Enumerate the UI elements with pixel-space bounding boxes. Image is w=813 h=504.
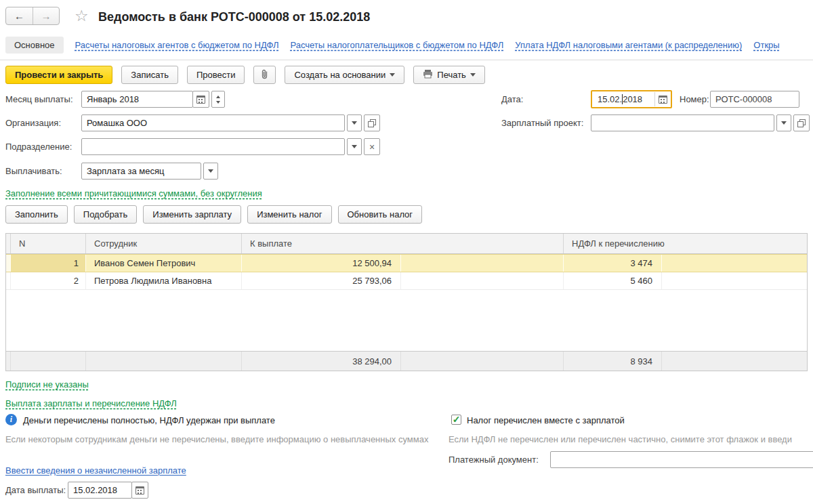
payment-doc-input[interactable] [550,451,813,468]
pay-date-input[interactable]: 15.02.2018 [68,482,132,499]
info-icon: i [5,414,17,425]
totals-employee [85,352,241,371]
date-input[interactable]: 15.02. 2018 [591,90,672,108]
tax-not-transferred-hint: Если НДФЛ не перечислен или перечислен ч… [449,434,813,444]
salary-project-label: Зарплатный проект: [501,114,583,131]
chevron-down-icon [781,121,787,125]
pay-date-label: Дата выплаты: [5,482,66,499]
fill-button[interactable]: Заполнить [5,205,68,224]
pay-what-dropdown-button[interactable] [203,163,218,180]
link-tax-agents-settlements[interactable]: Расчеты налоговых агентов с бюджетом по … [75,40,279,50]
salary-project-open-button[interactable] [793,114,810,131]
cell-employee[interactable]: Иванов Семен Петрович [85,255,241,272]
chevron-down-icon [352,145,357,148]
back-button[interactable]: ← [6,7,33,24]
tab-main[interactable]: Основное [5,37,64,54]
checkmark-icon: ✓ [453,415,461,424]
cell-spacer[interactable] [661,255,807,272]
change-salary-button[interactable]: Изменить зарплату [143,205,241,224]
print-button[interactable]: Печать [413,66,485,84]
totals-spacer [400,352,563,371]
employees-table: N Сотрудник К выплате НДФЛ к перечислени… [5,233,808,371]
department-input[interactable] [81,138,345,155]
print-label: Печать [437,70,466,80]
cell-ndfl[interactable]: 3 474 [563,255,661,272]
history-nav: ← → [5,7,60,25]
month-input[interactable]: Январь 2018 [81,91,193,108]
salary-project-dropdown-button[interactable] [776,114,791,131]
cell-spacer[interactable] [400,272,563,289]
cell-payout[interactable]: 12 500,94 [241,255,400,272]
post-button[interactable]: Провести [187,66,245,84]
change-tax-button[interactable]: Изменить налог [247,205,331,224]
post-and-close-button[interactable]: Провести и закрыть [5,66,112,84]
pay-what-input[interactable]: Зарплата за месяц [81,163,201,180]
pick-button[interactable]: Подобрать [74,205,137,224]
chevron-down-icon [208,169,213,173]
link-ndfl-payment[interactable]: Уплата НДФЛ налоговыми агентами (к распр… [515,40,742,50]
calendar-icon[interactable] [659,96,667,104]
table-empty-area[interactable] [6,290,807,351]
table-row[interactable]: 1 Иванов Семен Петрович 12 500,94 3 474 [6,254,807,272]
salary-project-input[interactable] [591,114,774,131]
back-icon: ← [14,10,24,22]
close-icon: × [369,142,375,152]
signatures-link[interactable]: Подписи не указаны [5,379,89,390]
link-taxpayers-settlements[interactable]: Расчеты налогоплательщиков с бюджетом по… [290,40,503,50]
open-icon [368,119,376,127]
favorite-star-icon[interactable]: ☆ [75,7,89,24]
organization-open-button[interactable] [364,114,380,131]
forward-button[interactable]: → [33,7,59,24]
paperclip-icon [260,69,269,81]
salary-payment-section-link[interactable]: Выплата зарплаты и перечисление НДФЛ [5,398,177,408]
cell-n[interactable]: 1 [10,255,85,272]
cell-spacer[interactable] [400,255,563,272]
organization-input[interactable]: Ромашка ООО [81,114,345,131]
totals-spacer [661,352,807,371]
date-value-before-caret: 15.02. [598,94,622,104]
cell-payout[interactable]: 25 793,06 [241,272,400,289]
payment-status-text: Деньги перечислены полностью, НДФЛ удерж… [23,415,275,425]
pay-what-label: Выплачивать: [5,163,62,180]
pay-date-calendar-button[interactable] [131,482,148,499]
month-spinner[interactable] [211,91,225,108]
spin-down-icon [216,101,220,104]
fill-settings-link[interactable]: Заполнение всеми причитающимися суммами,… [5,188,262,198]
number-label: Номер: [680,91,709,108]
col-header-employee: Сотрудник [85,234,241,253]
table-totals-row: 38 294,00 8 934 [6,351,807,371]
create-based-on-button[interactable]: Создать на основании [285,66,404,84]
spin-up-icon [216,96,220,98]
calendar-icon [136,486,144,495]
cell-n[interactable]: 2 [10,272,85,289]
table-actions: Заполнить Подобрать Изменить зарплату Из… [5,205,422,224]
field-divider [654,92,655,106]
number-input[interactable]: РОТС-000008 [710,91,799,108]
chevron-down-icon [470,73,476,77]
separator-line [0,60,813,60]
section-tabs: Основное Расчеты налоговых агентов с бюд… [5,37,813,54]
save-button[interactable]: Записать [121,66,178,84]
cell-spacer[interactable] [661,272,807,289]
col-header-ndfl: НДФЛ к перечислению [563,234,807,253]
unpaid-salary-info-link[interactable]: Ввести сведения о незачисленной зарплате [5,465,186,476]
department-dropdown-button[interactable] [347,138,362,155]
unpaid-sums-hint: Если некоторым сотрудникам деньги не пер… [5,434,444,444]
cell-ndfl[interactable]: 5 460 [563,272,661,289]
link-open-more[interactable]: Откры [753,40,779,50]
col-header-n: N [10,234,85,253]
tax-transferred-checkbox[interactable]: ✓ [451,415,461,425]
cell-employee[interactable]: Петрова Людмила Ивановна [85,272,241,289]
totals-payout: 38 294,00 [241,352,400,371]
month-calendar-button[interactable] [192,91,209,108]
organization-dropdown-button[interactable] [347,114,362,131]
organization-label: Организация: [5,114,61,131]
department-label: Подразделение: [5,138,72,155]
totals-n [10,352,85,371]
update-tax-button[interactable]: Обновить налог [338,205,423,224]
attachments-button[interactable] [253,66,276,84]
department-clear-button[interactable]: × [364,138,380,155]
printer-icon [423,69,433,81]
page-title: Ведомость в банк РОТС-000008 от 15.02.20… [98,10,370,24]
table-row[interactable]: 2 Петрова Людмила Ивановна 25 793,06 5 4… [6,272,807,290]
